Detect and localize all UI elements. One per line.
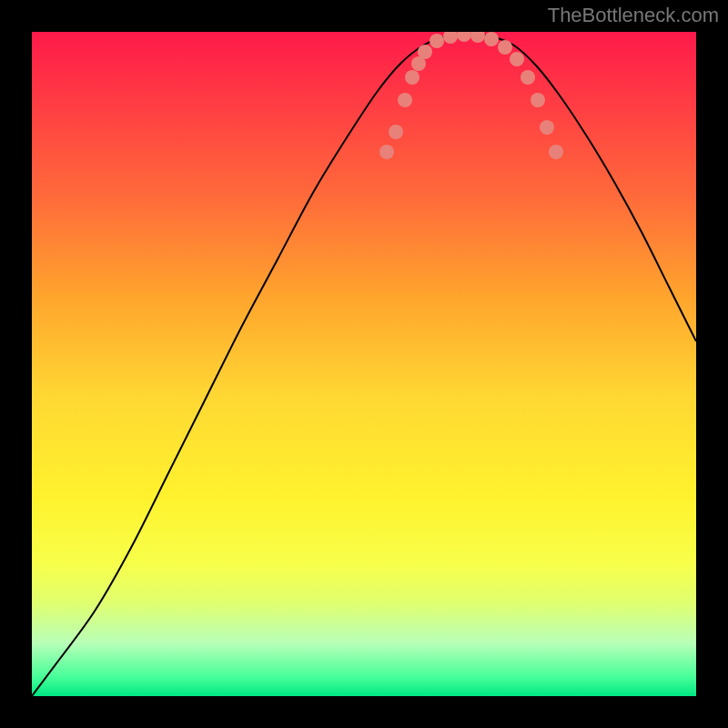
data-marker <box>484 32 499 46</box>
chart-svg <box>32 32 696 696</box>
watermark-text: TheBottleneck.com <box>548 4 719 27</box>
data-marker <box>549 145 563 159</box>
data-marker <box>379 145 394 159</box>
curve-line <box>32 34 696 696</box>
data-marker <box>521 70 535 85</box>
data-marker <box>531 93 545 107</box>
data-marker <box>443 32 458 44</box>
data-marker <box>430 34 444 48</box>
data-marker <box>470 32 485 43</box>
data-marker <box>418 45 432 59</box>
plot-area <box>32 32 696 696</box>
data-marker <box>457 32 471 42</box>
data-marker <box>510 52 524 66</box>
data-marker <box>540 120 554 135</box>
data-marker <box>405 70 420 85</box>
data-marker <box>398 93 412 107</box>
data-marker <box>389 125 403 139</box>
markers-group <box>379 32 563 159</box>
chart-container: TheBottleneck.com <box>0 0 728 728</box>
data-marker <box>498 40 512 55</box>
